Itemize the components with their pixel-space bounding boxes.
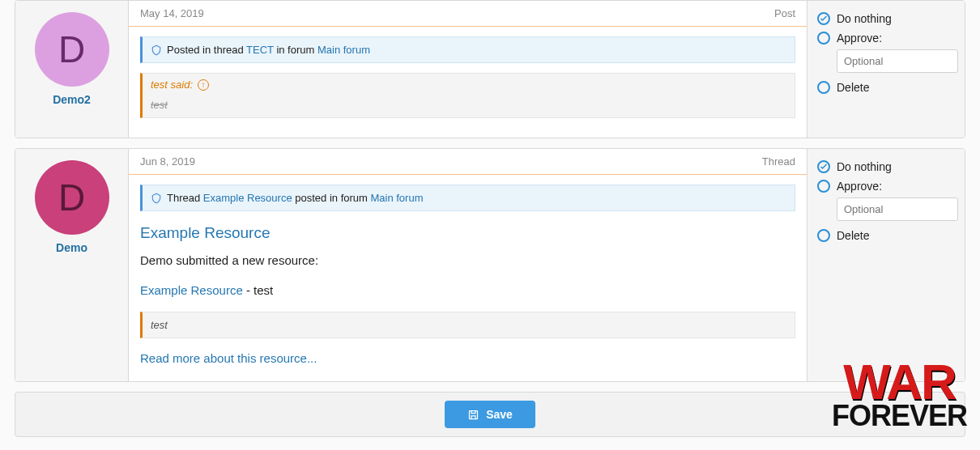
- notice-mid: posted in forum: [292, 192, 371, 204]
- notice-prefix: Thread: [167, 192, 203, 204]
- option-label: Do nothing: [837, 12, 892, 25]
- body-text: Demo submitted a new resource:: [129, 250, 807, 270]
- shield-icon: [151, 193, 162, 204]
- notice-prefix: Posted in thread: [167, 44, 246, 56]
- approve-reason-input[interactable]: [837, 49, 958, 73]
- option-do-nothing[interactable]: Do nothing: [817, 157, 955, 176]
- item-date[interactable]: May 14, 2019: [140, 7, 204, 19]
- option-label: Do nothing: [837, 160, 892, 173]
- user-column: D Demo: [15, 149, 129, 381]
- radio-icon: [817, 180, 830, 193]
- option-approve[interactable]: Approve:: [817, 176, 955, 196]
- notice-bar: Thread Example Resource posted in forum …: [140, 185, 795, 211]
- moderation-item: D Demo Jun 8, 2019 Thread Thread Example…: [15, 148, 965, 382]
- thread-title-link[interactable]: Example Resource: [129, 221, 807, 250]
- option-delete[interactable]: Delete: [817, 226, 955, 245]
- svg-rect-0: [470, 410, 478, 418]
- notice-thread-link[interactable]: TECT: [246, 44, 274, 56]
- quote-header[interactable]: test said: ↑: [143, 74, 795, 96]
- resource-link[interactable]: Example Resource: [140, 283, 243, 297]
- option-label: Approve:: [837, 180, 882, 193]
- save-button-label: Save: [486, 408, 513, 421]
- notice-forum-link[interactable]: Main forum: [370, 192, 423, 204]
- shield-icon: [151, 45, 162, 56]
- option-label: Approve:: [837, 32, 882, 45]
- radio-checked-icon: [817, 160, 830, 173]
- option-delete[interactable]: Delete: [817, 78, 955, 97]
- notice-bar: Posted in thread TECT in forum Main foru…: [140, 36, 795, 63]
- action-column: Do nothing Approve: Delete: [807, 149, 965, 381]
- arrow-up-circle-icon[interactable]: ↑: [198, 79, 209, 91]
- save-button[interactable]: Save: [445, 401, 535, 428]
- option-label: Delete: [837, 81, 869, 94]
- approve-reason-input[interactable]: [837, 197, 958, 221]
- save-bar: Save: [15, 392, 965, 437]
- body-suffix: - test: [243, 283, 274, 297]
- user-column: D Demo2: [15, 1, 129, 138]
- radio-icon: [817, 81, 830, 94]
- quote-box: test said: ↑ test: [140, 73, 795, 118]
- quote-author-label: test said:: [151, 79, 193, 91]
- avatar[interactable]: D: [35, 12, 109, 87]
- user-name-link[interactable]: Demo2: [22, 93, 121, 106]
- notice-forum-link[interactable]: Main forum: [317, 44, 370, 56]
- item-type-label: Thread: [762, 155, 795, 168]
- action-column: Do nothing Approve: Delete: [807, 1, 965, 138]
- quote-body: test: [143, 96, 795, 117]
- item-header: Jun 8, 2019 Thread: [129, 149, 807, 175]
- radio-checked-icon: [817, 12, 830, 25]
- item-type-label: Post: [774, 7, 795, 19]
- notice-mid: in forum: [274, 44, 317, 56]
- option-label: Delete: [837, 229, 869, 242]
- user-name-link[interactable]: Demo: [22, 241, 121, 254]
- body-text: Example Resource - test: [129, 270, 807, 300]
- avatar[interactable]: D: [35, 160, 109, 235]
- read-more-link[interactable]: Read more about this resource...: [140, 351, 317, 365]
- notice-thread-link[interactable]: Example Resource: [203, 192, 292, 204]
- moderation-item: D Demo2 May 14, 2019 Post Posted in thre…: [15, 0, 965, 138]
- item-header: May 14, 2019 Post: [129, 1, 807, 27]
- radio-icon: [817, 229, 830, 242]
- quote-plain: test: [140, 312, 795, 338]
- radio-icon: [817, 32, 830, 45]
- save-icon: [467, 409, 479, 421]
- option-do-nothing[interactable]: Do nothing: [817, 9, 955, 28]
- option-approve[interactable]: Approve:: [817, 28, 955, 48]
- item-date[interactable]: Jun 8, 2019: [140, 155, 195, 168]
